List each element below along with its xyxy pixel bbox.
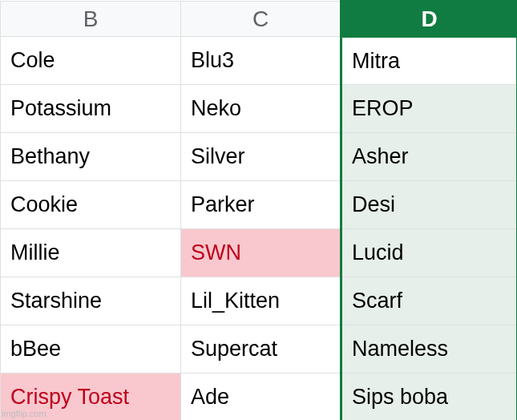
cell[interactable]: bBee [1,325,181,374]
cell[interactable]: Sips boba [341,374,518,421]
cell[interactable]: Desi [341,181,518,229]
cell[interactable]: Millie [1,229,181,277]
table-row: Millie SWN Lucid [1,229,518,277]
cell[interactable]: Potassium [1,85,181,133]
cell[interactable]: Scarf [341,277,518,325]
cell[interactable]: Neko [181,85,341,133]
table-row: Cookie Parker Desi [1,181,518,229]
table-row: Cole Blu3 Mitra [1,37,518,85]
watermark: imgflip.com [2,409,46,418]
cell[interactable]: Bethany [1,133,181,181]
table-row: Crispy Toast Ade Sips boba [1,374,518,421]
grid-body: Cole Blu3 Mitra Potassium Neko EROP Beth… [1,37,518,421]
spreadsheet-grid[interactable]: B C D Cole Blu3 Mitra Potassium Neko ERO… [0,0,517,420]
cell[interactable]: Nameless [341,325,518,374]
cell[interactable]: Silver [181,133,341,181]
cell[interactable]: Blu3 [181,37,341,85]
cell[interactable]: Lucid [341,229,518,277]
table-row: Potassium Neko EROP [1,85,518,133]
cell[interactable]: EROP [341,85,518,133]
table-row: Bethany Silver Asher [1,133,518,181]
column-header-C[interactable]: C [181,2,341,37]
cell-highlighted[interactable]: SWN [181,229,341,277]
table-row: Starshine Lil_Kitten Scarf [1,277,518,325]
cell[interactable]: Ade [181,374,341,421]
column-header-row: B C D [1,2,518,37]
cell[interactable]: Lil_Kitten [181,277,341,325]
cell[interactable]: Mitra [341,37,518,85]
cell[interactable]: Starshine [1,277,181,325]
cell[interactable]: Supercat [181,325,341,374]
column-header-B[interactable]: B [1,2,181,37]
cell[interactable]: Asher [341,133,518,181]
column-header-D[interactable]: D [341,2,518,37]
table-row: bBee Supercat Nameless [1,325,518,374]
cell[interactable]: Cole [1,37,181,85]
cell[interactable]: Parker [181,181,341,229]
cell[interactable]: Cookie [1,181,181,229]
